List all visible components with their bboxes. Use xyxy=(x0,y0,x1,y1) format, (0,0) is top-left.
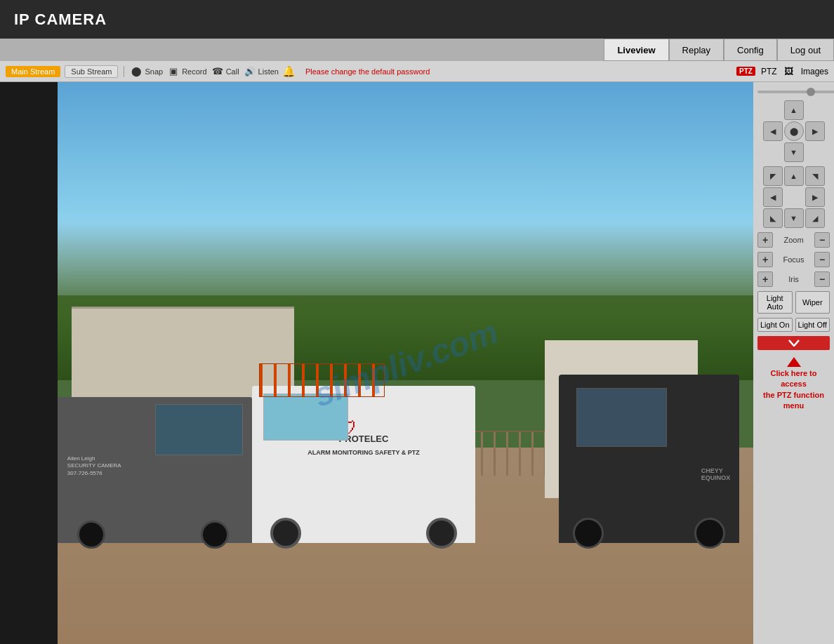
iris-plus-btn[interactable]: + xyxy=(757,271,773,287)
dir-empty-c xyxy=(784,187,804,207)
ptz-focus-row: + Focus − xyxy=(757,252,830,267)
main-content: PROTELECALARM MONITORING SAFETY & PTZ 🛡 … xyxy=(0,82,834,644)
light-off-btn[interactable]: Light Off xyxy=(795,318,830,332)
record-icon: ▣ xyxy=(167,65,180,78)
call-icon: ☎ xyxy=(211,65,224,78)
images-toolbar-label[interactable]: Images xyxy=(801,67,828,76)
record-label: Record xyxy=(182,67,206,76)
dir-center-btn[interactable]: ⬤ xyxy=(784,121,804,141)
ptz-annotation: Click here to accessthe PTZ functionmenu xyxy=(757,357,830,412)
suv-wheel-l xyxy=(573,518,604,549)
focus-minus-btn[interactable]: − xyxy=(814,252,830,267)
dir-empty-3 xyxy=(763,142,783,162)
left-bar xyxy=(0,82,58,644)
ptz-slider-row: 60 xyxy=(757,88,830,96)
focus-label: Focus xyxy=(783,255,805,264)
wiper-btn[interactable]: Wiper xyxy=(795,291,830,314)
dir-down2-btn[interactable]: ▼ xyxy=(784,208,804,228)
van-wheel-right xyxy=(426,518,457,549)
ladder-rack xyxy=(259,363,384,397)
ptz-iris-row: + Iris − xyxy=(757,271,830,287)
ptz-zoom-row: + Zoom − xyxy=(757,232,830,248)
dir-upright-btn[interactable]: ◥ xyxy=(805,166,825,186)
divider-1 xyxy=(124,66,124,77)
van-dark-window xyxy=(155,404,243,455)
ptz-badge: PTZ xyxy=(736,67,755,76)
light-on-btn[interactable]: Light On xyxy=(757,318,793,332)
snap-label: Snap xyxy=(145,67,163,76)
suv-logo: CHEYYEQUINOX xyxy=(701,467,731,481)
ptz-light-wiper-row: Light Auto Wiper xyxy=(757,291,830,314)
dir-downleft-btn[interactable]: ◣ xyxy=(763,208,783,228)
van-window xyxy=(263,394,348,441)
van-dark-wheel-r xyxy=(201,521,229,549)
dir-empty-4 xyxy=(805,142,825,162)
dir-empty-1 xyxy=(763,100,783,120)
dir-empty-2 xyxy=(805,100,825,120)
camera-view: PROTELECALARM MONITORING SAFETY & PTZ 🛡 … xyxy=(58,82,753,644)
dir-left2-btn[interactable]: ◀ xyxy=(763,187,783,207)
navbar: Liveview Replay Config Log out xyxy=(0,39,834,61)
toolbar-right: PTZ PTZ 🖼 Images xyxy=(736,65,828,78)
light-auto-btn[interactable]: Light Auto xyxy=(757,291,793,314)
call-label: Call xyxy=(226,67,239,76)
zoom-label: Zoom xyxy=(783,236,803,244)
ptz-annotation-text: Click here to accessthe PTZ functionmenu xyxy=(757,368,830,412)
sub-stream-btn[interactable]: Sub Stream xyxy=(65,65,118,78)
ptz-light-onoff-row: Light On Light Off xyxy=(757,318,830,332)
dir-right-btn[interactable]: ▶ xyxy=(805,121,825,141)
van-dark-left: Allen LeighSECURITY CAMERA307-726-5576 xyxy=(58,397,252,543)
liveview-nav-btn[interactable]: Liveview xyxy=(604,39,668,61)
ptz-directional-pad: ▲ ◀ ⬤ ▶ ▼ xyxy=(763,100,825,162)
dir-upleft-btn[interactable]: ◤ xyxy=(763,166,783,186)
listen-icon: 🔊 xyxy=(244,65,256,78)
dir-down-btn[interactable]: ▼ xyxy=(784,142,804,162)
iris-minus-btn[interactable]: − xyxy=(814,271,830,287)
dir-left-btn[interactable]: ◀ xyxy=(763,121,783,141)
dir-downright-btn[interactable]: ◢ xyxy=(805,208,825,228)
ptz-toolbar-label[interactable]: PTZ xyxy=(761,67,777,76)
van-white: PROTELECALARM MONITORING SAFETY & PTZ 🛡 xyxy=(252,386,475,543)
ptz-panel: 60 ▲ ◀ ⬤ ▶ ▼ ◤ ▲ ◥ ◀ ▶ ◣ ▼ ◢ xyxy=(753,82,834,644)
ptz-expand-bar[interactable] xyxy=(757,336,830,350)
focus-plus-btn[interactable]: + xyxy=(757,252,773,267)
logout-nav-btn[interactable]: Log out xyxy=(777,39,834,61)
dir-right2-btn[interactable]: ▶ xyxy=(805,187,825,207)
suv-wheel-r xyxy=(694,518,725,549)
dir-up-btn[interactable]: ▲ xyxy=(784,100,804,120)
config-nav-btn[interactable]: Config xyxy=(724,39,777,61)
main-stream-btn[interactable]: Main Stream xyxy=(6,66,60,77)
van-dark-wheel-l xyxy=(77,521,105,549)
van-wheel-left xyxy=(270,518,301,549)
zoom-plus-btn[interactable]: + xyxy=(757,232,773,248)
ptz-arrow-icon xyxy=(787,357,801,367)
record-toolbar-item[interactable]: ▣ Record xyxy=(167,65,206,78)
ptz-secondary-pad: ◤ ▲ ◥ ◀ ▶ ◣ ▼ ◢ xyxy=(763,166,825,228)
snap-toolbar-item[interactable]: ⬤ Snap xyxy=(130,65,163,78)
images-icon: 🖼 xyxy=(783,65,795,78)
iris-label: Iris xyxy=(788,275,799,283)
snap-icon: ⬤ xyxy=(130,65,143,78)
header: IP CAMERA xyxy=(0,0,834,39)
dir-up2-btn[interactable]: ▲ xyxy=(784,166,804,186)
toolbar: Main Stream Sub Stream ⬤ Snap ▣ Record ☎… xyxy=(0,61,834,82)
chevron-down-icon xyxy=(788,340,800,347)
ptz-speed-slider[interactable] xyxy=(757,90,834,93)
warning-text: Please change the default password xyxy=(305,67,430,76)
listen-toolbar-item[interactable]: 🔊 Listen xyxy=(244,65,279,78)
suv-dark-right: CHEYYEQUINOX xyxy=(559,375,740,543)
warning-icon: 🔔 xyxy=(283,65,296,78)
call-toolbar-item[interactable]: ☎ Call xyxy=(211,65,239,78)
suv-window xyxy=(576,388,667,447)
listen-label: Listen xyxy=(258,67,279,76)
van-dark-text: Allen LeighSECURITY CAMERA307-726-5576 xyxy=(67,455,121,477)
replay-nav-btn[interactable]: Replay xyxy=(669,39,724,61)
zoom-minus-btn[interactable]: − xyxy=(814,232,830,248)
app-title: IP CAMERA xyxy=(14,11,107,29)
